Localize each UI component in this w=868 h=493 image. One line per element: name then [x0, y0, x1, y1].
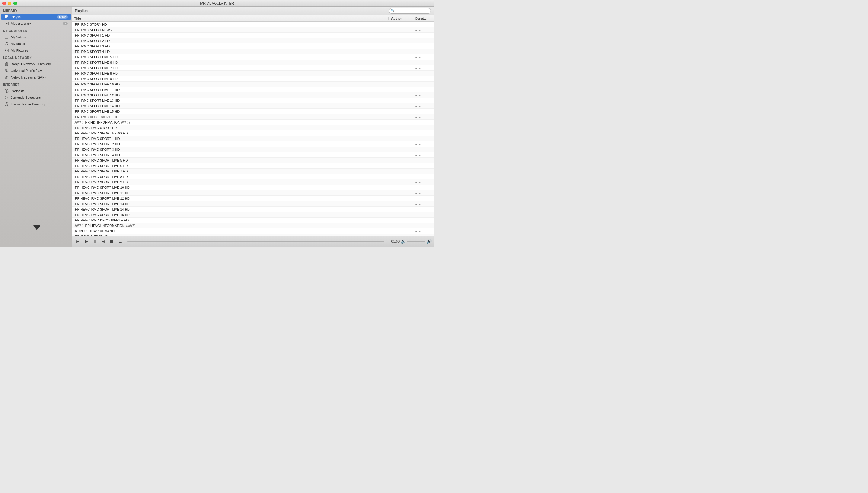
table-row[interactable]: |FR| RMC SPORT LIVE 8 HD --:-- — [72, 71, 434, 76]
table-row[interactable]: |FR|HEVC| RMC SPORT LIVE 12 HD --:-- — [72, 196, 434, 201]
row-title: |FR| RMC SPORT 1 HD — [72, 34, 389, 37]
playlist-toggle-button[interactable]: ☰ — [116, 238, 124, 245]
row-duration: --:-- — [413, 88, 434, 91]
play-button[interactable]: ▶ — [83, 238, 90, 245]
table-row[interactable]: |FR| RMC SPORT 3 HD --:-- — [72, 43, 434, 49]
table-row[interactable]: |FR| RMC SPORT 2 HD --:-- — [72, 38, 434, 43]
progress-bar[interactable] — [128, 241, 384, 242]
table-row[interactable]: |FR| RMC SPORT LIVE 12 HD --:-- — [72, 92, 434, 98]
svg-rect-10 — [5, 49, 8, 52]
library-section-header: LIBRARY — [0, 7, 72, 14]
sidebar-item-playlist[interactable]: Playlist 47932 — [1, 14, 71, 20]
table-row[interactable]: |FR|HEVC| RMC SPORT LIVE 6 HD --:-- — [72, 163, 434, 169]
sidebar-item-podcasts[interactable]: Podcasts — [1, 88, 71, 94]
icecast-icon — [4, 102, 9, 107]
row-duration: --:-- — [413, 202, 434, 206]
minimize-button[interactable] — [8, 1, 12, 5]
traffic-lights[interactable] — [2, 1, 17, 5]
row-duration: --:-- — [413, 110, 434, 113]
window-title: |AR| AL AOULA INTER — [200, 1, 234, 5]
row-title: |FR|HEVC| RMC SPORT 1 HD — [72, 137, 389, 141]
table-row[interactable]: |FR| RMC SPORT LIVE 13 HD --:-- — [72, 98, 434, 103]
table-row[interactable]: |FR| RMC SPORT LIVE 6 HD --:-- — [72, 60, 434, 65]
playlist-table[interactable]: Title Author Durat... |FR| RMC STORY HD … — [72, 15, 434, 236]
row-title: |FR|HEVC| RMC SPORT LIVE 5 HD — [72, 158, 389, 162]
table-row[interactable]: |FR|HEVC| RMC SPORT LIVE 11 HD --:-- — [72, 190, 434, 196]
table-row[interactable]: |FR| RMC SPORT NEWS --:-- — [72, 27, 434, 33]
sidebar-item-my-videos[interactable]: My Videos — [1, 34, 71, 41]
row-duration: --:-- — [413, 229, 434, 233]
table-row[interactable]: |FR|HEVC| RMC STORY HD --:-- — [72, 125, 434, 130]
table-row[interactable]: |FR|HEVC| RMC SPORT LIVE 9 HD --:-- — [72, 179, 434, 185]
next-button[interactable]: ⏭ — [99, 238, 107, 245]
row-duration: --:-- — [413, 66, 434, 70]
sidebar-item-bonjour[interactable]: Bonjour Network Discovery — [1, 61, 71, 67]
table-row[interactable]: |FR|HEVC| RMC SPORT 4 HD --:-- — [72, 152, 434, 158]
stop-button[interactable]: ⏹ — [108, 238, 115, 245]
table-row[interactable]: |FR|HEVC| RMC SPORT LIVE 5 HD --:-- — [72, 158, 434, 163]
media-library-badge: 0 — [63, 22, 68, 25]
table-row[interactable]: |KURD| SHOW KURMANCI --:-- — [72, 228, 434, 234]
table-row[interactable]: |FR| RMC DECOUVERTE HD --:-- — [72, 114, 434, 120]
table-row[interactable]: ##### |FR|HD| INFORMATION ##### --:-- — [72, 120, 434, 125]
sidebar-item-network-streams[interactable]: Network streams (SAP) — [1, 74, 71, 81]
maximize-button[interactable] — [13, 1, 17, 5]
table-row[interactable]: |FR| RMC SPORT 4 HD --:-- — [72, 49, 434, 55]
pause-button[interactable]: ⏸ — [91, 238, 98, 245]
volume-bar[interactable] — [407, 241, 425, 242]
titlebar: |AR| AL AOULA INTER — [0, 0, 434, 7]
search-box[interactable]: 🔍 ✕ — [389, 8, 431, 14]
table-row[interactable]: |FR|HEVC| RMC SPORT LIVE 10 HD --:-- — [72, 185, 434, 190]
close-button[interactable] — [2, 1, 6, 5]
svg-point-18 — [5, 89, 8, 93]
row-title: |FR| RMC SPORT LIVE 15 HD — [72, 110, 389, 113]
table-row[interactable]: |FR| RMC SPORT LIVE 9 HD --:-- — [72, 76, 434, 82]
row-duration: --:-- — [413, 83, 434, 86]
prev-button[interactable]: ⏮ — [74, 238, 82, 245]
table-row[interactable]: ##### |FR|HEVC| INFORMATION ##### --:-- — [72, 223, 434, 228]
table-row[interactable]: |FR|HEVC| RMC SPORT NEWS HD --:-- — [72, 130, 434, 136]
sidebar-item-jamendo[interactable]: Jamendo Selections — [1, 94, 71, 101]
table-row[interactable]: |FR|HEVC| RMC SPORT LIVE 13 HD --:-- — [72, 201, 434, 207]
sidebar-item-upnp[interactable]: Universal Plug'n'Play — [1, 67, 71, 74]
row-title: |FR| RMC DECOUVERTE HD — [72, 115, 389, 119]
row-title: |FR|HEVC| RMC DECOUVERTE HD — [72, 218, 389, 222]
jamendo-icon — [4, 95, 9, 100]
row-title: |FR|HEVC| RMC SPORT LIVE 12 HD — [72, 197, 389, 200]
table-row[interactable]: |FR|HEVC| RMC SPORT LIVE 8 HD --:-- — [72, 174, 434, 179]
table-row[interactable]: |FR| RMC SPORT 1 HD --:-- — [72, 33, 434, 38]
media-library-icon — [4, 21, 9, 26]
table-row[interactable]: |FR| RMC SPORT LIVE 14 HD --:-- — [72, 103, 434, 109]
bonjour-icon — [4, 62, 9, 66]
network-streams-label: Network streams (SAP) — [11, 76, 68, 79]
row-duration: --:-- — [413, 218, 434, 222]
row-title: |FR| RMC SPORT LIVE 11 HD — [72, 88, 389, 91]
row-duration: --:-- — [413, 180, 434, 184]
row-duration: --:-- — [413, 158, 434, 162]
row-title: ##### |FR|HD| INFORMATION ##### — [72, 121, 389, 124]
my-computer-section-header: MY COMPUTER — [0, 27, 72, 34]
table-row[interactable]: |FR| RMC STORY HD --:-- — [72, 22, 434, 27]
table-row[interactable]: |FR| RMC SPORT LIVE 10 HD --:-- — [72, 82, 434, 87]
sidebar-item-icecast[interactable]: Icecast Radio Directory — [1, 101, 71, 108]
sidebar-item-my-music[interactable]: My Music — [1, 41, 71, 47]
table-row[interactable]: |FR|HEVC| RMC SPORT 2 HD --:-- — [72, 142, 434, 147]
search-input[interactable] — [396, 9, 434, 13]
table-row[interactable]: |FR| RMC SPORT LIVE 11 HD --:-- — [72, 87, 434, 92]
sidebar-item-media-library[interactable]: Media Library 0 — [1, 20, 71, 27]
table-row[interactable]: |FR|HEVC| RMC SPORT LIVE 7 HD --:-- — [72, 169, 434, 174]
table-row[interactable]: |FR| RMC SPORT LIVE 15 HD --:-- — [72, 109, 434, 114]
row-title: |FR| RMC SPORT 2 HD — [72, 39, 389, 43]
table-row[interactable]: |FR| RMC SPORT LIVE 7 HD --:-- — [72, 65, 434, 71]
svg-rect-1 — [5, 16, 7, 17]
main-container: LIBRARY Playlist 47932 Media Librar — [0, 7, 434, 246]
sidebar-item-my-pictures[interactable]: My Pictures — [1, 47, 71, 54]
my-pictures-icon — [4, 48, 9, 53]
table-row[interactable]: |FR|HEVC| RMC DECOUVERTE HD --:-- — [72, 217, 434, 223]
table-row[interactable]: |FR|HEVC| RMC SPORT 1 HD --:-- — [72, 136, 434, 142]
table-row[interactable]: |FR| RMC SPORT LIVE 5 HD --:-- — [72, 55, 434, 60]
row-duration: --:-- — [413, 137, 434, 141]
table-row[interactable]: |FR|HEVC| RMC SPORT LIVE 15 HD --:-- — [72, 212, 434, 217]
table-row[interactable]: |FR|HEVC| RMC SPORT 3 HD --:-- — [72, 147, 434, 152]
table-row[interactable]: |FR|HEVC| RMC SPORT LIVE 14 HD --:-- — [72, 207, 434, 212]
